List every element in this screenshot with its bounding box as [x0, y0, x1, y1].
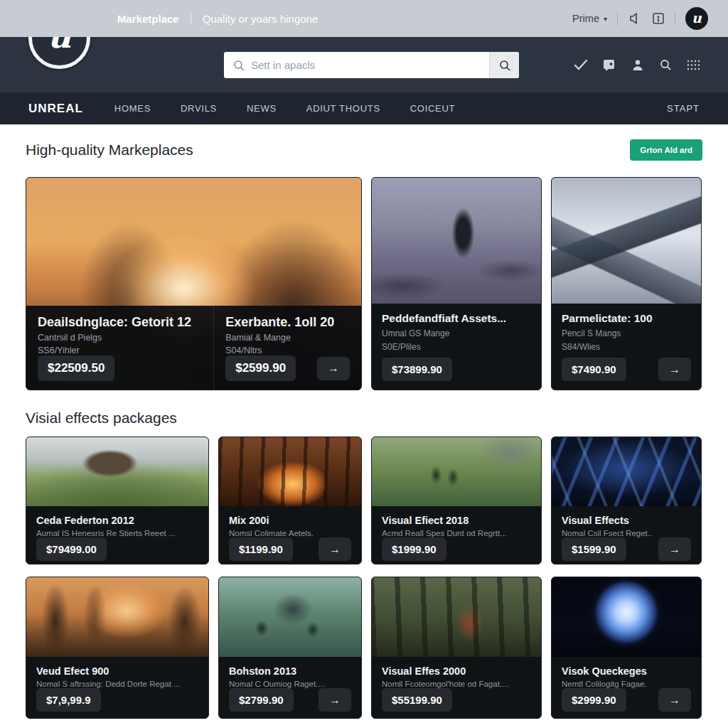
product-title: Exerbante. 1oll 20: [225, 315, 350, 330]
product-thumbnail-burning-hut: [219, 437, 361, 506]
search-submit-button[interactable]: [489, 52, 519, 78]
product-subtitle: Bamial & Mange: [225, 333, 350, 343]
nav-item-news[interactable]: NEWS: [247, 103, 277, 114]
nav-items-group: HOMES DRVILS NEWS ADIUT THOUTS COICEUT: [114, 103, 455, 114]
marketplace-link[interactable]: Marketplace: [117, 13, 179, 25]
product-subtitle: Nomal S aftrssing: Dedd Dorte Regat ...: [36, 680, 198, 688]
product-title: Parmelictate: 100: [562, 312, 691, 325]
product-thumbnail-cloaked-figure: [372, 178, 541, 304]
topbar-divider: [191, 12, 191, 25]
price-button[interactable]: $7490.90: [562, 358, 626, 381]
product-subtitle: Nomll Fcoteomgol'hote od Fagat....: [382, 680, 531, 688]
product-thumbnail-dark-forest: [372, 577, 541, 657]
price-button[interactable]: $22509.50: [38, 355, 114, 381]
product-subtitle: Aumal IS Henesris Re Stierts Reeet ...: [36, 529, 198, 537]
product-subtitle: Acmd Reall Spes Dunt od Regrtt...: [382, 529, 531, 537]
topbar-left-group: Marketplace Quality or yoars hingone: [117, 12, 318, 25]
product-title: Visual Effes 2000: [382, 665, 531, 677]
product-card-featured[interactable]: Deailsdnglace: Getorit 12 Cantrsil d Pie…: [26, 177, 362, 390]
product-title: Veud Efect 900: [36, 665, 198, 677]
prime-dropdown[interactable]: Prime ▾: [572, 13, 607, 24]
chat-icon[interactable]: [603, 58, 616, 72]
featured-card-row: Deailsdnglace: Getorit 12 Cantrsil d Pie…: [26, 177, 702, 390]
featured-right-column: Exerbante. 1oll 20 Bamial & Mange S04/Nl…: [214, 306, 361, 390]
product-title: Deailsdnglace: Getorit 12: [38, 315, 202, 330]
price-button[interactable]: $1599.90: [562, 537, 626, 561]
search-icon[interactable]: [659, 58, 672, 71]
checkmark-icon[interactable]: [574, 59, 588, 70]
header-icon-group: [574, 37, 701, 92]
arrow-button[interactable]: →: [658, 537, 691, 561]
product-card[interactable]: Veud Efect 900 Nomal S aftrssing: Dedd D…: [26, 577, 209, 719]
package-box-icon[interactable]: [652, 12, 665, 25]
nav-item-stapt[interactable]: STAPT: [667, 103, 700, 114]
featured-action-button[interactable]: Grton Ald ard: [630, 139, 702, 161]
price-button[interactable]: $2599.90: [225, 355, 296, 381]
product-thumbnail-blue-energy: [552, 437, 701, 506]
price-button[interactable]: $73899.90: [382, 358, 452, 381]
price-button[interactable]: $7,9,99.9: [36, 688, 101, 712]
arrow-button[interactable]: →: [317, 357, 350, 380]
price-button[interactable]: $2799.90: [229, 688, 294, 712]
product-subtitle: Cantrsil d Pielgs: [38, 333, 202, 343]
topbar-separator: [617, 11, 618, 26]
price-button[interactable]: $55199.90: [382, 688, 452, 712]
product-thumbnail-village-scene: [219, 577, 361, 657]
arrow-button[interactable]: →: [658, 688, 691, 712]
apps-grid-icon[interactable]: [687, 60, 701, 70]
product-card[interactable]: Mix 200i Nomsl Colimate Aetels. $1199.90…: [218, 437, 362, 564]
vfx-section-header: Visial effects packages: [26, 410, 702, 427]
product-card[interactable]: Visual Effes 2000 Nomll Fcoteomgol'hote …: [371, 577, 542, 719]
product-card[interactable]: Parmelictate: 100 Pencil S Mangs S84/Wli…: [551, 177, 702, 390]
price-button[interactable]: $1999.90: [382, 537, 446, 561]
product-subtitle: Nomsl Colimate Aetels.: [229, 529, 351, 537]
arrow-right-icon: →: [329, 543, 341, 556]
product-card[interactable]: Visual Efiect 2018 Acmd Reall Spes Dunt …: [371, 437, 542, 564]
price-button[interactable]: $1199.90: [229, 537, 293, 561]
nav-item-adiut-thouts[interactable]: ADIUT THOUTS: [306, 103, 380, 114]
nav-item-drvils[interactable]: DRVILS: [181, 103, 217, 114]
product-subtitle: Nemtl Colilogitg Fagae.: [562, 680, 691, 688]
product-subtitle: Nomal C Oumiog Raget....: [229, 680, 351, 688]
price-button[interactable]: $79499.00: [36, 537, 107, 561]
arrow-button[interactable]: →: [658, 358, 691, 381]
product-card[interactable]: Visok Queckeges Nemtl Colilogitg Fagae. …: [551, 577, 702, 719]
nav-bar: UNREAL HOMES DRVILS NEWS ADIUT THOUTS CO…: [0, 92, 728, 124]
speaker-icon[interactable]: [628, 11, 642, 26]
search-input[interactable]: [251, 59, 489, 71]
product-thumbnail-snowy-mountains: [552, 178, 701, 304]
vfx-card-row-1: Ceda Federton 2012 Aumal IS Henesris Re …: [26, 437, 702, 564]
product-thumbnail-glowing-planet: [552, 577, 701, 657]
product-title: Ceda Federton 2012: [36, 515, 198, 526]
arrow-right-icon: →: [329, 694, 341, 707]
section-title-featured: High-quality Markeplaces: [26, 141, 193, 159]
featured-section-header: High-quality Markeplaces Grton Ald ard: [26, 139, 702, 161]
unreal-logo-small[interactable]: u: [685, 7, 708, 30]
arrow-button[interactable]: →: [318, 688, 351, 712]
header-bar: u: [0, 37, 728, 92]
nav-item-homes[interactable]: HOMES: [114, 103, 151, 114]
nav-item-coiceut[interactable]: COICEUT: [410, 103, 455, 114]
price-button[interactable]: $2999.90: [562, 688, 626, 712]
product-meta: S04/Nltrs: [225, 346, 350, 355]
product-title: Mix 200i: [229, 515, 351, 526]
product-meta: S0E/Pliles: [382, 342, 531, 352]
product-card[interactable]: Peddefandfiaft Assets... Umnal GS Mange …: [371, 177, 542, 390]
featured-info-panel: Deailsdnglace: Getorit 12 Cantrsil d Pie…: [26, 306, 361, 390]
arrow-right-icon: →: [669, 694, 680, 707]
search-bar: [224, 52, 519, 78]
prime-label: Prime: [572, 13, 599, 24]
arrow-button[interactable]: →: [318, 537, 351, 561]
top-bar: Marketplace Quality or yoars hingone Pri…: [0, 0, 728, 37]
product-thumbnail-green-valley: [372, 437, 541, 506]
user-icon[interactable]: [631, 58, 644, 71]
product-subtitle: Pencil S Mangs: [562, 328, 691, 338]
product-card[interactable]: Ceda Federton 2012 Aumal IS Henesris Re …: [26, 437, 209, 564]
product-title: Peddefandfiaft Assets...: [382, 312, 531, 325]
nav-brand[interactable]: UNREAL: [28, 102, 83, 116]
product-card[interactable]: Visual Effects Nomal Csil Fsect Reget.. …: [551, 437, 702, 564]
product-title: Visual Efiect 2018: [382, 515, 531, 526]
topbar-right-group: Prime ▾ u: [572, 7, 708, 30]
product-subtitle: Umnal GS Mange: [382, 328, 531, 338]
product-card[interactable]: Bohston 2013 Nomal C Oumiog Raget.... $2…: [218, 577, 362, 719]
